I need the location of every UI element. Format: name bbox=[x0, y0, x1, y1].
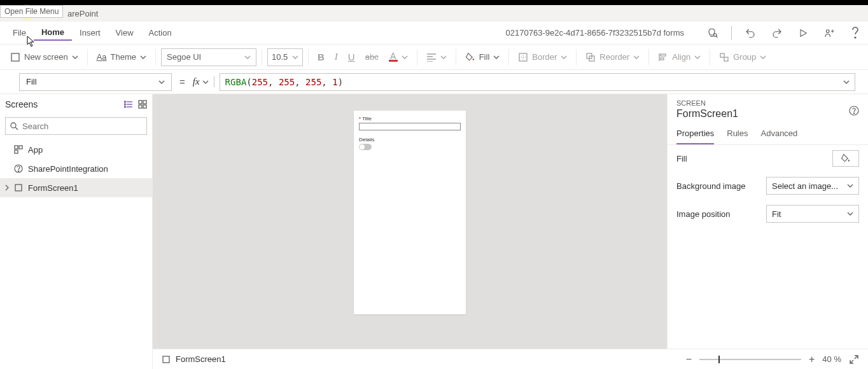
play-icon[interactable] bbox=[795, 25, 811, 41]
tree-item-app[interactable]: App bbox=[0, 140, 152, 159]
svg-point-12 bbox=[125, 104, 126, 105]
prop-img-pos: Image position Fit bbox=[668, 200, 868, 228]
chevron-down-icon bbox=[440, 54, 447, 60]
menubar-right bbox=[704, 24, 863, 42]
label: New screen bbox=[24, 52, 68, 62]
font-color-button[interactable]: A bbox=[385, 50, 412, 64]
chevron-down-icon bbox=[493, 54, 500, 60]
menu-action[interactable]: Action bbox=[141, 25, 179, 40]
help-icon[interactable] bbox=[848, 24, 863, 42]
title-input[interactable] bbox=[359, 123, 461, 130]
share-icon[interactable] bbox=[821, 25, 837, 41]
chevron-down-icon bbox=[202, 79, 209, 85]
font-select[interactable]: Segoe UI bbox=[161, 48, 256, 66]
chevron-down-icon bbox=[561, 54, 567, 60]
bg-label: Background image bbox=[676, 181, 745, 191]
font-value: Segoe UI bbox=[167, 52, 201, 62]
ribbon-toolbar: New screen Aa Theme Segoe UI 10.5 B I U … bbox=[0, 45, 868, 70]
sep bbox=[417, 49, 417, 66]
canvas-area[interactable]: *Title Details bbox=[153, 94, 667, 369]
menu-home[interactable]: Home bbox=[34, 25, 72, 41]
svg-rect-21 bbox=[15, 150, 18, 153]
section-label: SCREEN bbox=[668, 99, 868, 107]
undo-icon[interactable] bbox=[742, 25, 759, 41]
svg-rect-19 bbox=[15, 146, 18, 149]
formula-input[interactable]: RGBA(255, 255, 255, 1) bbox=[220, 73, 855, 91]
list-view-icon[interactable] bbox=[124, 100, 133, 109]
tab-properties[interactable]: Properties bbox=[676, 125, 714, 144]
details-toggle[interactable] bbox=[359, 144, 372, 150]
fit-screen-icon[interactable] bbox=[849, 354, 859, 365]
arg3: 255 bbox=[305, 77, 321, 87]
new-screen-button[interactable]: New screen bbox=[6, 50, 82, 65]
bg-value: Select an image... bbox=[772, 181, 838, 191]
chevron-down-icon[interactable] bbox=[843, 79, 850, 85]
chevron-down-icon bbox=[244, 54, 251, 60]
svg-rect-15 bbox=[143, 101, 146, 104]
screen-icon bbox=[14, 183, 23, 192]
border-button[interactable]: Border bbox=[514, 50, 571, 65]
svg-point-26 bbox=[853, 113, 854, 113]
tree-search-input[interactable] bbox=[22, 122, 143, 131]
zoom-out-button[interactable]: − bbox=[686, 354, 692, 365]
zoom-in-button[interactable]: + bbox=[809, 354, 815, 365]
app-checker-icon[interactable] bbox=[704, 25, 721, 41]
label: Theme bbox=[111, 52, 136, 62]
chevron-right-icon[interactable] bbox=[4, 184, 10, 191]
sep bbox=[648, 49, 649, 66]
tree-item-formscreen1[interactable]: FormScreen1 bbox=[0, 178, 152, 197]
tree-search[interactable] bbox=[5, 117, 147, 135]
props-tabs: Properties Rules Advanced bbox=[668, 125, 868, 145]
sep bbox=[262, 49, 262, 66]
title-bar: Open File Menu arePoint bbox=[0, 5, 868, 22]
panel-help-icon[interactable] bbox=[849, 106, 859, 116]
form-canvas[interactable]: *Title Details bbox=[354, 111, 466, 314]
zoom-slider[interactable] bbox=[699, 359, 801, 360]
menu-view[interactable]: View bbox=[108, 25, 141, 40]
align-button[interactable]: Align bbox=[654, 50, 704, 65]
window-topstrip bbox=[0, 0, 868, 5]
italic-button[interactable]: I bbox=[331, 49, 342, 65]
tree-item-sharepoint[interactable]: SharePointIntegration bbox=[0, 159, 152, 178]
zoom-controls: − + 40 % bbox=[686, 354, 859, 365]
breadcrumb-suffix: arePoint bbox=[67, 9, 98, 18]
sep bbox=[155, 49, 156, 66]
group-button[interactable]: Group bbox=[715, 50, 770, 65]
property-value: Fill bbox=[26, 77, 37, 87]
text-align-button[interactable] bbox=[423, 50, 451, 64]
strikethrough-button[interactable]: abc bbox=[361, 50, 382, 64]
reorder-button[interactable]: Reorder bbox=[582, 50, 643, 65]
prop-bg-image: Background image Select an image... bbox=[668, 172, 868, 200]
redo-icon[interactable] bbox=[769, 25, 785, 41]
formula-bar: Fill = fx RGBA(255, 255, 255, 1) bbox=[0, 70, 868, 94]
sep bbox=[308, 49, 309, 66]
grid-view-icon[interactable] bbox=[138, 100, 147, 109]
theme-button[interactable]: Aa Theme bbox=[93, 50, 150, 64]
search-icon bbox=[10, 122, 18, 130]
bg-image-select[interactable]: Select an image... bbox=[766, 177, 859, 195]
property-select[interactable]: Fill bbox=[19, 73, 172, 91]
svg-rect-7 bbox=[661, 54, 666, 56]
svg-point-13 bbox=[125, 106, 126, 108]
fx-label[interactable]: fx bbox=[193, 76, 214, 87]
svg-point-1 bbox=[827, 29, 830, 32]
label: Border bbox=[532, 52, 557, 62]
underline-button[interactable]: U bbox=[344, 49, 359, 65]
svg-rect-3 bbox=[11, 53, 19, 61]
svg-rect-17 bbox=[143, 105, 146, 108]
img-pos-select[interactable]: Fit bbox=[766, 205, 859, 223]
tree-header: Screens bbox=[0, 94, 152, 115]
label: Group bbox=[733, 52, 756, 62]
menu-insert[interactable]: Insert bbox=[72, 25, 108, 40]
fill-color-button[interactable] bbox=[832, 150, 859, 167]
bold-button[interactable]: B bbox=[314, 49, 328, 65]
question-icon bbox=[14, 164, 23, 173]
arg2: 255 bbox=[279, 77, 295, 87]
tab-advanced[interactable]: Advanced bbox=[761, 125, 798, 144]
fill-button[interactable]: Fill bbox=[461, 50, 504, 65]
font-size-select[interactable]: 10.5 bbox=[267, 48, 303, 66]
form-details-row: Details bbox=[359, 137, 461, 150]
equals-sign: = bbox=[172, 76, 193, 87]
chevron-down-icon bbox=[633, 54, 640, 60]
tab-rules[interactable]: Rules bbox=[727, 125, 748, 144]
